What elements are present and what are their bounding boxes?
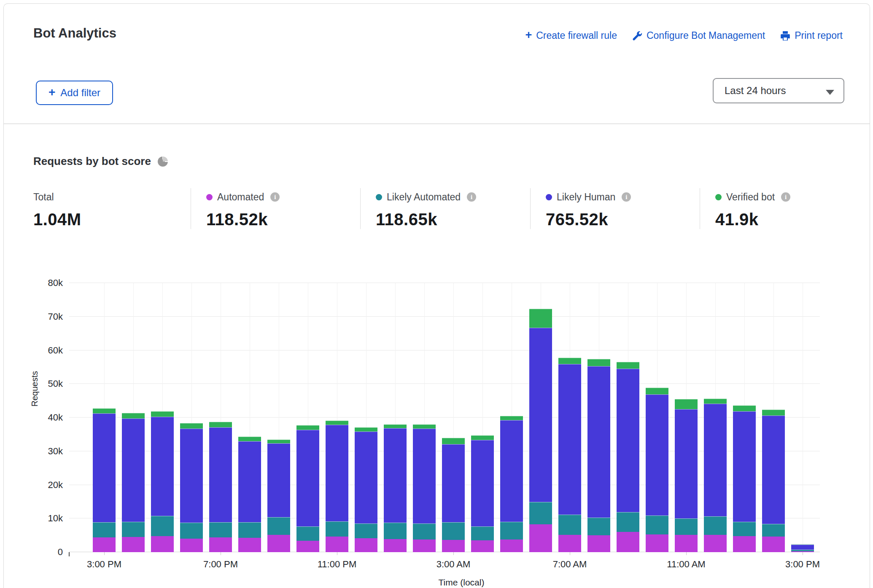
bar-6-00-pm[interactable] (180, 423, 203, 552)
info-icon[interactable]: i (270, 192, 280, 202)
bar-7-00-pm[interactable] (209, 422, 232, 552)
y-tick-label: 70k (16, 311, 63, 322)
stat-automated: Automatedi118.52k (191, 188, 360, 229)
bar-11-00-am[interactable] (675, 399, 698, 552)
segment-verified-bot (675, 399, 698, 409)
segment-likely-automated (471, 526, 494, 540)
bar-1-00-pm[interactable] (733, 405, 756, 552)
legend-dot (546, 194, 552, 200)
segment-likely-automated (355, 523, 377, 538)
bar-12-00-am[interactable] (355, 427, 377, 552)
bar-7-00-am[interactable] (558, 358, 581, 552)
configure-bot-management-label: Configure Bot Management (647, 30, 765, 41)
segment-verified-bot (471, 435, 494, 440)
plus-icon: + (525, 30, 532, 41)
segment-likely-automated (529, 502, 552, 524)
segment-likely-human (558, 364, 581, 514)
segment-likely-human (267, 443, 290, 517)
y-tick-label: 60k (16, 345, 63, 356)
segment-automated (413, 539, 436, 552)
bar-2-00-pm[interactable] (762, 410, 785, 552)
segment-verified-bot (733, 405, 756, 411)
bar-10-00-pm[interactable] (296, 425, 319, 552)
segment-likely-automated (180, 523, 203, 539)
segment-verified-bot (267, 440, 290, 444)
segment-likely-human (413, 429, 436, 523)
segment-likely-human (93, 413, 116, 522)
segment-automated (733, 536, 756, 552)
bar-3-00-am[interactable] (442, 438, 465, 552)
print-report-label: Print report (795, 30, 843, 41)
segment-likely-automated (384, 523, 407, 539)
segment-automated (209, 537, 232, 552)
bar-3-00-pm[interactable] (93, 408, 116, 552)
bar-8-00-pm[interactable] (238, 437, 261, 552)
stat-label: Verified bot (726, 192, 775, 203)
segment-likely-automated (267, 517, 290, 535)
segment-automated (558, 535, 581, 552)
create-firewall-rule-label: Create firewall rule (536, 30, 617, 41)
bar-5-00-am[interactable] (500, 416, 523, 552)
segment-likely-automated (675, 518, 698, 535)
stat-total: Total1.04M (33, 188, 191, 229)
print-report-link[interactable]: Print report (780, 30, 843, 41)
bar-1-00-am[interactable] (384, 424, 407, 552)
bar-3-00-pm[interactable] (791, 544, 814, 552)
stat-label: Automated (217, 192, 264, 203)
legend-dot (376, 194, 382, 200)
bar-8-00-am[interactable] (587, 359, 610, 552)
segment-verified-bot (296, 425, 319, 430)
gridline-v (803, 283, 803, 552)
segment-automated (326, 537, 348, 552)
segment-likely-automated (238, 522, 261, 538)
time-range-select[interactable]: Last 24 hours (713, 78, 844, 103)
y-tick-label: 80k (16, 278, 63, 289)
bar-6-00-am[interactable] (529, 309, 552, 552)
bar-5-00-pm[interactable] (151, 411, 174, 552)
segment-likely-human (122, 418, 145, 522)
info-icon[interactable]: i (781, 192, 790, 202)
segment-automated (471, 540, 494, 552)
bar-9-00-pm[interactable] (267, 440, 290, 552)
stat-likely-human: Likely Humani765.52k (530, 188, 700, 229)
segment-likely-human (500, 420, 523, 522)
x-tick-label: 3:00 PM (769, 559, 836, 570)
requests-chart: Requests Time (local) 010k20k30k40k50k60… (4, 257, 873, 588)
segment-likely-automated (733, 522, 756, 536)
segment-verified-bot (180, 423, 203, 429)
info-icon[interactable]: i (622, 192, 631, 202)
segment-likely-human (296, 430, 319, 526)
bar-4-00-am[interactable] (471, 435, 494, 552)
segment-likely-human (151, 417, 174, 515)
segment-automated (587, 535, 610, 552)
info-icon[interactable]: i (467, 192, 476, 202)
create-firewall-rule-link[interactable]: + Create firewall rule (525, 30, 617, 41)
stats-row: Total1.04MAutomatedi118.52kLikely Automa… (33, 188, 848, 229)
bar-10-00-am[interactable] (646, 388, 668, 552)
legend-dot (715, 194, 722, 200)
x-tick-label: 3:00 PM (70, 559, 138, 570)
segment-likely-automated (151, 516, 174, 536)
segment-verified-bot (558, 358, 581, 364)
segment-verified-bot (93, 408, 116, 413)
configure-bot-management-link[interactable]: Configure Bot Management (632, 30, 765, 41)
segment-verified-bot (529, 309, 552, 328)
segment-automated (617, 532, 639, 552)
bar-4-00-pm[interactable] (122, 413, 145, 552)
x-axis-title: Time (local) (407, 577, 516, 588)
add-filter-button[interactable]: + Add filter (36, 81, 113, 105)
segment-likely-human (617, 369, 639, 512)
segment-verified-bot (704, 399, 727, 404)
segment-verified-bot (326, 421, 348, 425)
bar-12-00-pm[interactable] (704, 399, 727, 552)
bar-9-00-am[interactable] (617, 362, 639, 552)
bar-2-00-am[interactable] (413, 424, 436, 552)
segment-likely-automated (617, 512, 639, 532)
segment-likely-human (471, 440, 494, 526)
y-tick-label: 10k (16, 513, 63, 524)
y-tick-label: 30k (16, 446, 63, 457)
segment-verified-bot (384, 424, 407, 428)
segment-likely-automated (704, 516, 727, 535)
bar-11-00-pm[interactable] (326, 421, 348, 552)
gridline-h (69, 383, 820, 384)
